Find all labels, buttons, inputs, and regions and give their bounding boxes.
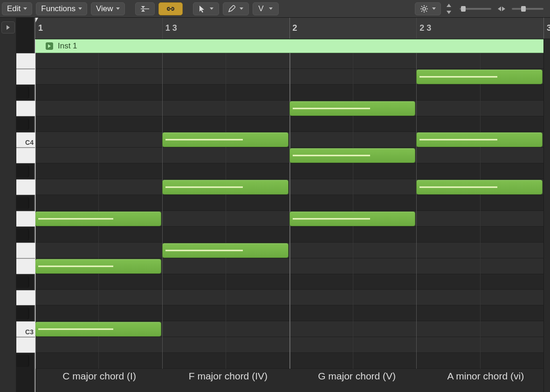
black-key[interactable] xyxy=(16,308,28,319)
midi-note[interactable] xyxy=(289,148,416,163)
svg-line-8 xyxy=(421,11,422,12)
grid-row xyxy=(35,274,550,290)
grid-line xyxy=(416,53,417,369)
black-key[interactable] xyxy=(16,355,28,366)
white-key[interactable] xyxy=(16,258,35,274)
collapse-gaps-icon xyxy=(140,5,150,13)
functions-menu-label: Functions xyxy=(41,4,76,14)
velocity-bar xyxy=(419,139,497,141)
chord-label: A minor chord (vi) xyxy=(421,371,550,388)
chord-label: F major chord (IV) xyxy=(164,371,292,388)
velocity-bar xyxy=(38,265,113,267)
ruler-bar: 2 xyxy=(289,18,297,39)
vertical-zoom-arrows[interactable] xyxy=(445,4,453,14)
gear-icon xyxy=(420,5,428,13)
black-key[interactable] xyxy=(16,229,28,240)
slider-thumb[interactable] xyxy=(461,6,466,12)
pointer-tool-button[interactable] xyxy=(193,2,219,15)
arrow-right-icon xyxy=(502,7,505,11)
white-key[interactable]: C3 xyxy=(16,321,35,337)
white-key[interactable] xyxy=(16,211,35,227)
white-key[interactable] xyxy=(16,337,35,353)
velocity-bar xyxy=(165,139,243,141)
chevron-down-icon xyxy=(78,7,82,10)
piano-keyboard[interactable]: C4C3 xyxy=(16,18,35,392)
horizontal-zoom-slider[interactable] xyxy=(512,8,543,10)
black-key[interactable] xyxy=(16,197,28,209)
midi-note[interactable] xyxy=(162,180,289,195)
chevron-down-icon xyxy=(432,7,436,10)
horizontal-zoom-arrows[interactable] xyxy=(498,7,505,11)
grid-line xyxy=(480,53,481,369)
velocity-bar xyxy=(293,155,371,156)
left-gutter xyxy=(0,18,16,392)
midi-note[interactable] xyxy=(416,69,543,84)
functions-menu[interactable]: Functions xyxy=(36,2,87,15)
midi-note[interactable] xyxy=(35,322,161,337)
white-key[interactable] xyxy=(16,69,35,85)
midi-note[interactable] xyxy=(289,211,416,226)
note-grid[interactable]: C major chord (I)F major chord (IV)G maj… xyxy=(35,53,550,392)
grid-row xyxy=(35,305,550,321)
black-key[interactable] xyxy=(16,87,28,98)
svg-point-1 xyxy=(423,7,426,10)
black-key[interactable] xyxy=(16,277,28,288)
sidebar-toggle-button[interactable] xyxy=(1,21,15,34)
ruler-subdivision: 2 3 xyxy=(416,18,431,39)
key-label: C4 xyxy=(25,139,34,146)
chevron-down-icon xyxy=(116,7,120,10)
chevron-down-icon xyxy=(269,7,273,10)
white-key[interactable] xyxy=(16,290,35,306)
grid-row xyxy=(35,290,550,306)
white-key[interactable] xyxy=(16,148,35,163)
piano-roll[interactable]: 11 322 33 Inst 1 C major chord (I)F majo… xyxy=(35,18,550,392)
pencil-tool-button[interactable] xyxy=(223,2,249,15)
edit-menu[interactable]: Edit xyxy=(2,2,32,15)
grid-row xyxy=(35,227,550,243)
white-key[interactable] xyxy=(16,101,35,116)
velocity-tool-button[interactable]: V xyxy=(253,2,279,15)
main-area: C4C3 11 322 33 Inst 1 C major chord (I)F… xyxy=(0,18,550,392)
edit-menu-label: Edit xyxy=(7,4,21,14)
view-menu[interactable]: View xyxy=(91,2,125,15)
grid-row xyxy=(35,353,550,369)
grid-row xyxy=(35,53,550,69)
white-key[interactable] xyxy=(16,243,35,258)
pencil-icon xyxy=(228,5,235,13)
grid-row xyxy=(35,163,550,179)
link-icon xyxy=(164,5,177,13)
midi-note[interactable] xyxy=(35,259,161,274)
velocity-bar xyxy=(293,108,371,109)
grid-row xyxy=(35,195,550,211)
midi-note[interactable] xyxy=(416,180,543,195)
velocity-icon: V xyxy=(258,4,263,14)
zoom-controls xyxy=(445,4,548,14)
ruler-bar: 3 xyxy=(543,18,550,39)
vertical-scrollbar[interactable] xyxy=(543,39,550,392)
midi-note[interactable] xyxy=(416,132,543,147)
region-header[interactable]: Inst 1 xyxy=(35,39,550,53)
midi-note[interactable] xyxy=(289,101,416,116)
svg-line-9 xyxy=(426,6,427,7)
collapse-gaps-button[interactable] xyxy=(135,2,155,15)
triangle-right-icon xyxy=(7,25,10,30)
black-key[interactable] xyxy=(16,166,28,177)
midi-note[interactable] xyxy=(35,211,161,226)
slider-thumb[interactable] xyxy=(521,6,526,12)
chevron-down-icon xyxy=(210,7,213,10)
settings-button[interactable] xyxy=(415,2,441,15)
chord-labels: C major chord (I)F major chord (IV)G maj… xyxy=(35,371,550,388)
midi-note[interactable] xyxy=(162,132,289,147)
link-button[interactable] xyxy=(158,2,183,15)
white-key[interactable]: C4 xyxy=(16,132,35,148)
playhead-line xyxy=(35,39,35,392)
velocity-bar xyxy=(165,250,243,251)
grid-line xyxy=(162,53,163,369)
black-key[interactable] xyxy=(16,119,28,130)
midi-note[interactable] xyxy=(162,243,289,258)
white-key[interactable] xyxy=(16,53,35,69)
white-key[interactable] xyxy=(16,179,35,195)
vertical-zoom-slider[interactable] xyxy=(460,8,491,10)
timeline-ruler[interactable]: 11 322 33 xyxy=(35,18,550,39)
region-play-icon xyxy=(46,42,53,50)
